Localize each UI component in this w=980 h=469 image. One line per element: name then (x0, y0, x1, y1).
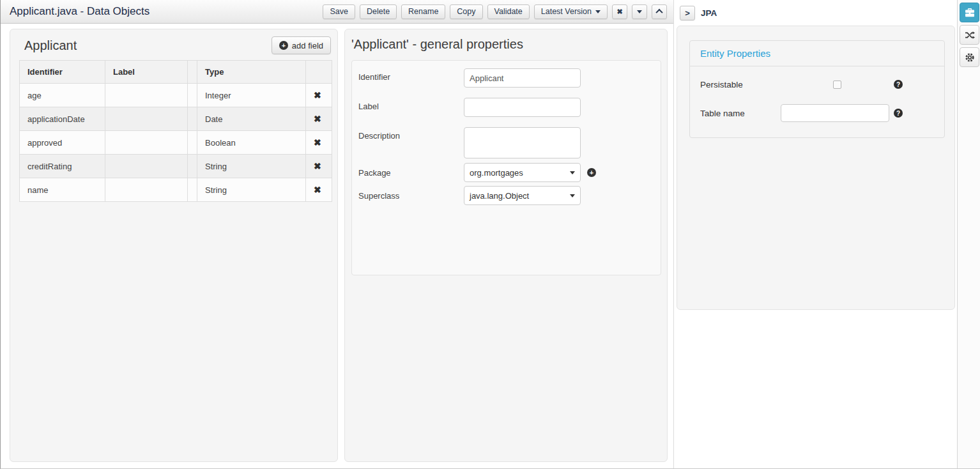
field-spacer-cell (188, 178, 197, 202)
fields-table-header-row: Identifier Label Type (20, 61, 332, 84)
general-properties-form: Identifier Label Description Package org… (351, 60, 661, 275)
fields-table: Identifier Label Type ageIntegerapplicat… (19, 60, 332, 202)
field-label-cell (105, 155, 188, 178)
description-textarea[interactable] (464, 127, 581, 158)
toolbar-buttons: SaveDeleteRenameCopyValidate (323, 4, 529, 19)
field-type-cell: Boolean (197, 131, 306, 155)
superclass-select-value: java.lang.Object (470, 191, 529, 201)
panel-menu-button[interactable] (632, 4, 647, 19)
persistable-label: Persistable (700, 80, 833, 89)
entity-properties-section: Entity Properties Persistable Table name (689, 40, 945, 138)
persistable-checkbox[interactable] (833, 81, 841, 89)
table-name-input[interactable] (781, 104, 889, 122)
field-identifier-cell: applicationDate (20, 107, 105, 131)
field-identifier-cell: name (20, 178, 105, 202)
table-name-help-icon[interactable] (894, 109, 903, 118)
delete-field-icon[interactable] (314, 91, 321, 100)
general-properties-title: 'Applicant' - general properties (351, 37, 523, 51)
general-properties-panel: 'Applicant' - general properties Identif… (344, 29, 668, 462)
jpa-tool-panel: JPA Entity Properties Persistable Table … (673, 0, 957, 469)
data-object-title: Applicant (24, 38, 77, 53)
field-actions-cell (306, 84, 332, 107)
jpa-card: Entity Properties Persistable Table name (677, 26, 955, 310)
spacer-column-header (188, 61, 197, 84)
field-type-cell: String (197, 178, 306, 202)
persistable-help-icon[interactable] (894, 80, 903, 89)
field-label-cell (105, 131, 188, 155)
save-button[interactable]: Save (323, 4, 355, 19)
editor-title-bar: Applicant.java - Data Objects SaveDelete… (1, 0, 673, 24)
shuffle-icon (965, 31, 975, 40)
field-row[interactable]: ageInteger (20, 84, 332, 107)
field-row[interactable]: nameString (20, 178, 332, 202)
copy-button[interactable]: Copy (450, 4, 482, 19)
field-row[interactable]: applicationDateDate (20, 107, 332, 131)
package-label: Package (358, 168, 464, 178)
field-actions-cell (306, 131, 332, 155)
entity-properties-heading[interactable]: Entity Properties (690, 41, 944, 66)
package-select-value: org.mortgages (470, 168, 523, 178)
identifier-label: Identifier (358, 68, 464, 88)
field-row[interactable]: creditRatingString (20, 155, 332, 178)
label-input[interactable] (464, 98, 581, 117)
field-type-cell: Integer (197, 84, 306, 107)
side-tab-shuffle[interactable] (960, 25, 979, 45)
briefcase-icon (965, 8, 975, 17)
field-type-cell: Date (197, 107, 306, 131)
package-select[interactable]: org.mortgages (464, 163, 581, 182)
close-editor-button[interactable] (612, 4, 627, 19)
data-object-fields-panel: Applicant add field Identifier Label Typ… (10, 29, 338, 462)
gear-icon (965, 52, 975, 63)
identifier-column-header: Identifier (20, 61, 105, 84)
close-icon (616, 7, 622, 16)
editor-toolbar: SaveDeleteRenameCopyValidate Latest Vers… (323, 4, 667, 19)
delete-field-icon[interactable] (314, 162, 321, 171)
validate-button[interactable]: Validate (487, 4, 530, 19)
jpa-panel-title: JPA (701, 8, 717, 18)
field-spacer-cell (188, 131, 197, 155)
label-column-header: Label (105, 61, 188, 84)
rename-button[interactable]: Rename (401, 4, 445, 19)
field-row[interactable]: approvedBoolean (20, 131, 332, 155)
field-identifier-cell: age (20, 84, 105, 107)
actions-column-header (306, 61, 332, 84)
field-actions-cell (306, 107, 332, 131)
field-spacer-cell (188, 84, 197, 107)
side-tab-settings[interactable] (960, 47, 979, 67)
field-label-cell (105, 107, 188, 131)
add-field-label: add field (292, 41, 323, 50)
superclass-label: Superclass (358, 191, 464, 201)
field-spacer-cell (188, 155, 197, 178)
delete-button[interactable]: Delete (360, 4, 397, 19)
label-label: Label (358, 98, 464, 117)
field-label-cell (105, 84, 188, 107)
table-name-label: Table name (700, 109, 781, 118)
superclass-select[interactable]: java.lang.Object (464, 186, 581, 205)
field-spacer-cell (188, 107, 197, 131)
caret-down-icon (637, 10, 642, 13)
latest-version-label: Latest Version (541, 7, 592, 16)
field-actions-cell (306, 155, 332, 178)
delete-field-icon[interactable] (314, 138, 321, 148)
collapse-jpa-panel-button[interactable] (680, 6, 695, 20)
add-field-button[interactable]: add field (272, 36, 331, 54)
field-label-cell (105, 178, 188, 202)
latest-version-dropdown[interactable]: Latest Version (534, 4, 608, 19)
side-tab-jpa[interactable] (960, 3, 979, 22)
delete-field-icon[interactable] (314, 114, 321, 124)
identifier-input[interactable] (464, 68, 581, 88)
collapse-panel-button[interactable] (652, 4, 667, 19)
delete-field-icon[interactable] (314, 185, 321, 195)
field-identifier-cell: creditRating (20, 155, 105, 178)
workbench-window: Applicant.java - Data Objects SaveDelete… (0, 0, 980, 469)
editor-area: Applicant.java - Data Objects SaveDelete… (1, 0, 673, 469)
field-type-cell: String (197, 155, 306, 178)
chevron-up-icon (655, 9, 662, 16)
field-actions-cell (306, 178, 332, 202)
page-title: Applicant.java - Data Objects (10, 5, 149, 18)
new-package-button[interactable] (587, 168, 596, 177)
plus-circle-icon (279, 41, 288, 50)
tool-tab-strip (957, 0, 980, 469)
fields-table-body: ageIntegerapplicationDateDateapprovedBoo… (20, 84, 332, 202)
caret-down-icon (595, 10, 601, 13)
